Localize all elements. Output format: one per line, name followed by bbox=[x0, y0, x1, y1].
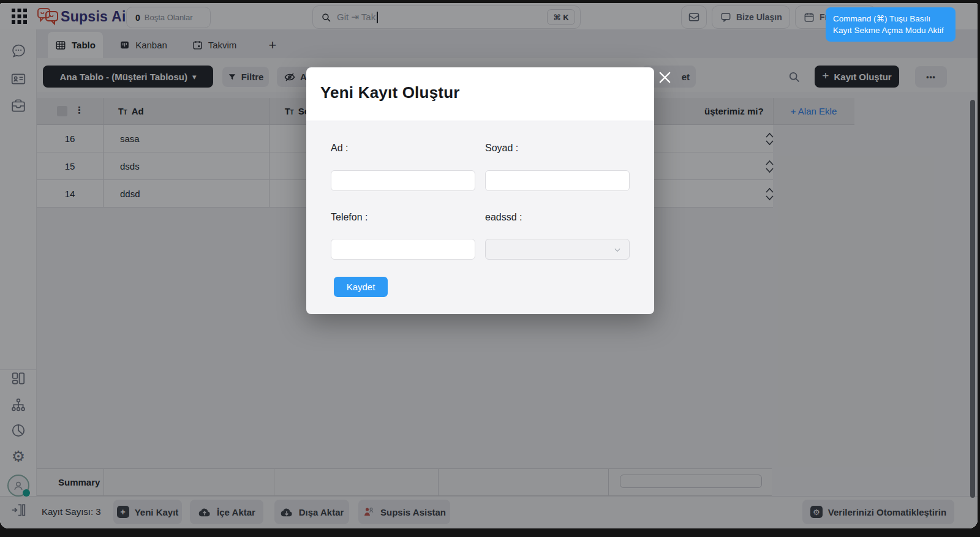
field-label-telefon: Telefon : bbox=[331, 212, 368, 223]
field-label-eadssd: eadssd : bbox=[485, 212, 522, 223]
ad-input[interactable] bbox=[331, 170, 475, 191]
tooltip-line1: Command (⌘) Tuşu Basılı bbox=[833, 13, 948, 24]
modal-title: Yeni Kayıt Oluştur bbox=[320, 83, 460, 102]
create-record-modal: Yeni Kayıt Oluştur Ad : Soyad : Telefon … bbox=[306, 67, 654, 314]
chevron-down-icon bbox=[613, 246, 622, 254]
field-label-ad: Ad : bbox=[331, 143, 348, 154]
telefon-input[interactable] bbox=[331, 239, 475, 260]
save-button[interactable]: Kaydet bbox=[334, 277, 388, 297]
modal-body: Ad : Soyad : Telefon : eadssd : Kaydet bbox=[306, 121, 654, 314]
field-label-soyad: Soyad : bbox=[485, 143, 518, 154]
command-mode-tooltip: Command (⌘) Tuşu Basılı Kayıt Sekme Açma… bbox=[826, 7, 956, 42]
save-label: Kaydet bbox=[347, 282, 375, 292]
soyad-input[interactable] bbox=[485, 170, 630, 191]
app-window: Supsis Ai 0 Boşta Olanlar Git ⇥ Tak ⌘ K … bbox=[0, 3, 978, 528]
modal-close-icon[interactable] bbox=[658, 70, 672, 84]
tooltip-line2: Kayıt Sekme Açma Modu Aktif bbox=[833, 24, 948, 36]
modal-header: Yeni Kayıt Oluştur bbox=[306, 67, 654, 121]
eadssd-select[interactable] bbox=[485, 239, 630, 260]
